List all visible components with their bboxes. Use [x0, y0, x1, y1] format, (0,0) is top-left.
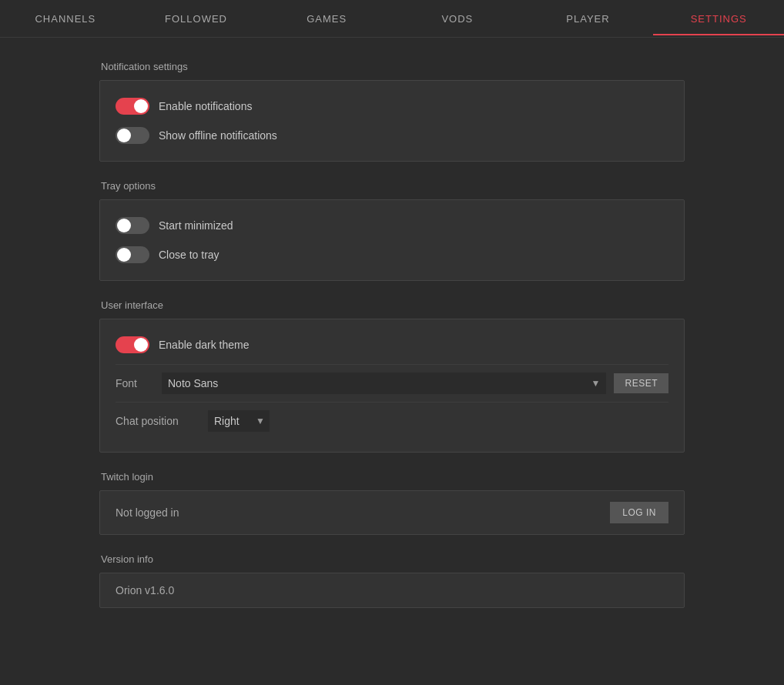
- ui-section-label: User interface: [99, 299, 685, 311]
- start-minimized-label: Start minimized: [159, 219, 233, 232]
- font-select[interactable]: Noto Sans Arial Roboto: [162, 373, 606, 394]
- show-offline-row: Show offline notifications: [116, 122, 668, 149]
- chat-position-label: Chat position: [116, 415, 208, 427]
- version-section-label: Version info: [99, 553, 685, 565]
- font-row: Font Noto Sans Arial Roboto ▼ RESET: [116, 364, 668, 402]
- enable-dark-toggle[interactable]: [116, 336, 149, 353]
- nav-vods[interactable]: VODS: [392, 2, 523, 35]
- close-to-tray-row: Close to tray: [116, 242, 668, 268]
- login-card: Not logged in LOG IN: [99, 490, 685, 535]
- enable-notifications-label: Enable notifications: [159, 100, 252, 112]
- version-value: Orion v1.6.0: [116, 584, 174, 596]
- nav-channels[interactable]: CHANNELS: [0, 2, 131, 35]
- tray-card: Start minimized Close to tray: [99, 199, 685, 281]
- close-to-tray-toggle[interactable]: [116, 246, 149, 263]
- tray-section-label: Tray options: [99, 180, 685, 192]
- enable-notifications-toggle[interactable]: [116, 98, 149, 115]
- close-to-tray-label: Close to tray: [159, 249, 219, 261]
- show-offline-label: Show offline notifications: [159, 129, 277, 142]
- start-minimized-thumb: [117, 219, 131, 232]
- chat-select-wrap: Left Right ▼: [208, 410, 270, 432]
- enable-dark-thumb: [134, 338, 148, 352]
- settings-page: Notification settings Enable notificatio…: [99, 38, 685, 631]
- nav-games[interactable]: GAMES: [261, 2, 392, 35]
- enable-dark-row: Enable dark theme: [116, 332, 668, 358]
- reset-button[interactable]: RESET: [614, 373, 668, 393]
- login-button[interactable]: LOG IN: [610, 502, 668, 523]
- version-card: Orion v1.6.0: [99, 573, 685, 608]
- font-label: Font: [116, 377, 162, 389]
- chat-position-select[interactable]: Left Right: [208, 410, 270, 432]
- start-minimized-toggle[interactable]: [116, 217, 149, 234]
- show-offline-thumb: [117, 129, 131, 142]
- enable-dark-label: Enable dark theme: [159, 339, 250, 351]
- notification-section-label: Notification settings: [99, 61, 685, 72]
- login-status: Not logged in: [116, 506, 179, 519]
- main-nav: CHANNELS FOLLOWED GAMES VODS PLAYER SETT…: [0, 0, 784, 38]
- start-minimized-row: Start minimized: [116, 212, 668, 239]
- enable-notifications-thumb: [134, 99, 148, 113]
- twitch-section-label: Twitch login: [99, 471, 685, 483]
- ui-card: Enable dark theme Font Noto Sans Arial R…: [99, 319, 685, 453]
- font-select-wrap: Noto Sans Arial Roboto ▼: [162, 373, 606, 394]
- enable-notifications-row: Enable notifications: [116, 93, 668, 119]
- nav-followed[interactable]: FOLLOWED: [131, 2, 262, 35]
- show-offline-toggle[interactable]: [116, 127, 149, 144]
- chat-position-row: Chat position Left Right ▼: [116, 402, 668, 439]
- notification-card: Enable notifications Show offline notifi…: [99, 80, 685, 162]
- nav-player[interactable]: PLAYER: [523, 2, 654, 35]
- nav-settings[interactable]: SETTINGS: [653, 2, 784, 35]
- close-to-tray-thumb: [117, 248, 131, 262]
